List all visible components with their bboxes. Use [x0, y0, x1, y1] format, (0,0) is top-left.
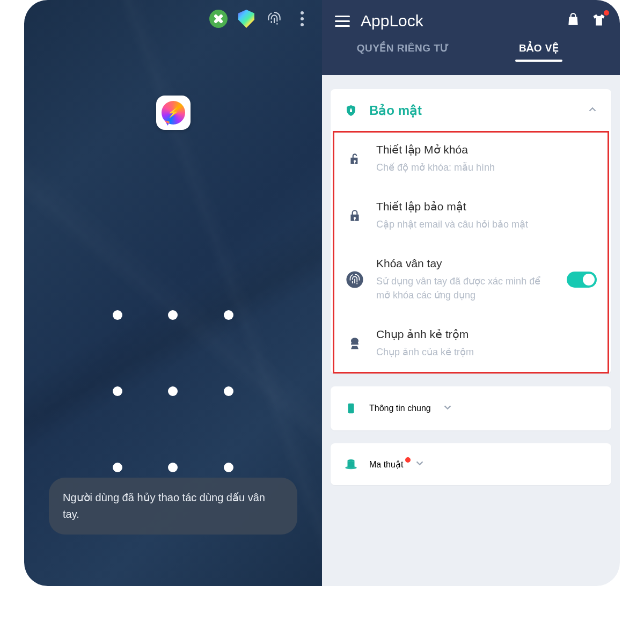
intruder-icon [345, 336, 364, 351]
pattern-dot[interactable] [113, 463, 122, 472]
row-title: Thiết lập bảo mật [376, 200, 597, 213]
more-menu-icon[interactable] [293, 10, 311, 28]
pattern-dot[interactable] [224, 386, 233, 396]
chevron-up-icon [587, 104, 598, 118]
status-bar [209, 10, 311, 28]
fingerprint-lock-row[interactable]: Khóa vân tay Sử dụng vân tay đã được xác… [334, 242, 608, 313]
tab-privacy[interactable]: QUYỀN RIÊNG TƯ [335, 42, 471, 62]
security-title: Bảo mật [369, 103, 576, 118]
tab-protect[interactable]: BẢO VỆ [471, 42, 608, 62]
applock-settings: AppLock QUYỀN RIÊNG TƯ BẢO VỆ Bảo mật [322, 0, 620, 586]
intruder-selfie-row[interactable]: Chụp ảnh kẻ trộm Chụp ảnh của kẻ trộm [334, 313, 608, 372]
svg-rect-1 [348, 404, 354, 413]
general-card[interactable]: Thông tin chung [331, 386, 611, 430]
magic-hat-icon [343, 457, 358, 471]
unlock-icon [345, 151, 364, 167]
store-icon[interactable] [566, 12, 580, 30]
pattern-unlock-grid[interactable] [90, 310, 257, 472]
chevron-down-icon [442, 401, 453, 415]
lock-screen: ⚡ Người dùng đã hủy thao tác dùng dấu vâ… [24, 0, 322, 586]
locked-app-messenger-icon: ⚡ [156, 96, 191, 130]
toast-message: Người dùng đã hủy thao tác dùng dấu vân … [49, 478, 297, 535]
pattern-dot[interactable] [224, 310, 233, 320]
lock-icon [345, 208, 364, 224]
highlighted-section: Thiết lập Mở khóa Chế độ mở khóa: mẫu hì… [333, 131, 609, 374]
row-desc: Chụp ảnh của kẻ trộm [376, 345, 597, 359]
svg-point-2 [348, 460, 355, 463]
pattern-dot[interactable] [224, 463, 233, 472]
row-title: Thiết lập Mở khóa [376, 143, 597, 156]
app-bar: AppLock QUYỀN RIÊNG TƯ BẢO VỆ [322, 0, 620, 75]
theme-icon[interactable] [591, 12, 607, 30]
menu-icon[interactable] [335, 16, 350, 27]
security-header[interactable]: Bảo mật [331, 89, 611, 131]
notification-dot-icon [405, 457, 411, 463]
pattern-dot[interactable] [113, 386, 122, 396]
row-title: Khóa vân tay [376, 257, 555, 270]
magic-card[interactable]: Ma thuật [331, 443, 611, 485]
shield-icon [343, 103, 358, 118]
app-icon-rainbow[interactable] [237, 10, 255, 28]
magic-title: Ma thuật [369, 459, 403, 470]
security-settings-row[interactable]: Thiết lập bảo mật Cập nhật email và câu … [334, 185, 608, 242]
general-title: Thông tin chung [369, 404, 431, 413]
chevron-down-icon [414, 457, 426, 471]
pattern-dot[interactable] [168, 386, 178, 396]
security-card: Bảo mật Thiết lập Mở khóa Chế độ mở khóa… [331, 89, 611, 374]
pattern-dot[interactable] [113, 310, 122, 320]
phone-icon [343, 400, 358, 416]
unlock-settings-row[interactable]: Thiết lập Mở khóa Chế độ mở khóa: mẫu hì… [334, 133, 608, 185]
app-title: AppLock [361, 12, 555, 30]
row-title: Chụp ảnh kẻ trộm [376, 328, 597, 341]
pattern-dot[interactable] [168, 463, 178, 472]
row-desc: Chế độ mở khóa: mẫu hình [376, 160, 597, 174]
row-desc: Sử dụng vân tay đã được xác minh để mở k… [376, 274, 555, 302]
row-desc: Cập nhật email và câu hỏi bảo mật [376, 217, 597, 231]
app-icon-green[interactable] [209, 10, 228, 28]
fingerprint-toggle[interactable] [567, 272, 597, 288]
fingerprint-circle-icon [345, 270, 364, 289]
svg-point-3 [345, 466, 357, 469]
fingerprint-icon[interactable] [265, 10, 283, 28]
pattern-dot[interactable] [168, 310, 178, 320]
